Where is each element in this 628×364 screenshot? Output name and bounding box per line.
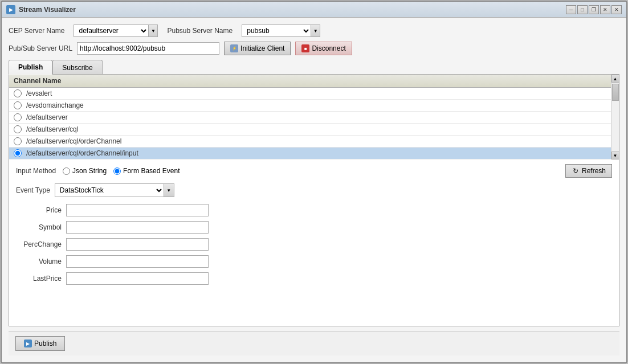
channel-name-defaultserver-cql: /defaultserver/cql: [26, 125, 78, 133]
channel-row: /defaultserver/cql/orderChannel: [9, 136, 611, 148]
event-type-row: Event Type DataStockTick ▼: [16, 183, 612, 197]
tab-container: Publish Subscribe Channel Name /evsalert: [9, 60, 619, 326]
radio-form-based: Form Based Event: [113, 167, 180, 175]
channel-radio-evsalert[interactable]: [14, 89, 22, 97]
channel-row-selected: /defaultserver/cql/orderChannel/input: [9, 148, 611, 159]
fields-section: Price Symbol PercChange Volume: [9, 202, 619, 287]
pubsub-server-dropdown-arrow[interactable]: ▼: [311, 25, 320, 36]
title-bar-left: ▶ Stream Visualizer: [6, 5, 76, 14]
field-row-volume: Volume: [16, 255, 612, 268]
event-type-label: Event Type: [16, 186, 50, 194]
radio-form-based-label: Form Based Event: [123, 167, 180, 175]
lastprice-input[interactable]: [66, 272, 209, 285]
channel-radio-input[interactable]: [14, 149, 22, 157]
initialize-icon: ⚡: [230, 44, 238, 52]
channel-radio-evsdomainchange[interactable]: [14, 101, 22, 109]
app-icon: ▶: [6, 5, 15, 14]
channel-scrollbar[interactable]: ▲ ▼: [611, 75, 619, 159]
tabs-bar: Publish Subscribe: [9, 60, 619, 75]
refresh-button[interactable]: ↻ Refresh: [565, 164, 612, 178]
channel-name-evsalert: /evsalert: [26, 89, 52, 97]
radio-json-string: Json String: [63, 167, 107, 175]
field-row-percchange: PercChange: [16, 238, 612, 251]
field-row-lastprice: LastPrice: [16, 272, 612, 285]
lastprice-label: LastPrice: [16, 275, 62, 283]
price-label: Price: [16, 206, 62, 214]
restore-button[interactable]: ❐: [589, 5, 599, 14]
channel-table-header: Channel Name: [9, 75, 611, 88]
disconnect-button[interactable]: ■ Disconnect: [295, 42, 352, 55]
content-area: CEP Server Name defaultserver ▼ Pubsub S…: [2, 18, 626, 362]
url-row: Pub/Sub Server URL ⚡ Initialize Client ■…: [9, 42, 619, 55]
refresh-icon: ↻: [572, 167, 580, 175]
channel-name-evsdomainchange: /evsdomainchange: [26, 101, 84, 109]
input-method-label: Input Method: [16, 167, 56, 175]
cep-server-label: CEP Server Name: [9, 27, 64, 35]
price-input[interactable]: [66, 204, 209, 216]
pubsub-server-select[interactable]: pubsub: [242, 25, 311, 36]
publish-icon: ▶: [24, 340, 32, 347]
form-section: Input Method Json String Form Based Even…: [9, 159, 619, 202]
field-row-symbol: Symbol: [16, 221, 612, 234]
server-config-row: CEP Server Name defaultserver ▼ Pubsub S…: [9, 24, 619, 37]
window-title: Stream Visualizer: [19, 6, 76, 14]
channel-row: /defaultserver/cql: [9, 124, 611, 136]
field-row-price: Price: [16, 204, 612, 216]
close-button[interactable]: ✕: [611, 5, 622, 14]
pub-sub-url-input[interactable]: [77, 42, 219, 55]
minimize-button[interactable]: ─: [566, 5, 576, 14]
channel-name-defaultserver: /defaultserver: [26, 113, 68, 121]
maximize-button[interactable]: □: [577, 5, 588, 14]
scroll-thumb[interactable]: [612, 84, 619, 101]
title-bar: ▶ Stream Visualizer ─ □ ❐ ✕ ✕: [2, 2, 626, 18]
bottom-bar: ▶ Publish: [9, 331, 619, 355]
tab-content: Channel Name /evsalert /evsdomainchange …: [9, 74, 619, 326]
symbol-label: Symbol: [16, 223, 62, 231]
scroll-down-arrow[interactable]: ▼: [611, 152, 619, 159]
window-controls: ─ □ ❐ ✕ ✕: [566, 5, 622, 14]
tab-publish[interactable]: Publish: [9, 60, 52, 75]
cep-server-select[interactable]: defaultserver: [74, 25, 148, 36]
event-type-dropdown-arrow[interactable]: ▼: [164, 184, 174, 197]
main-window: ▶ Stream Visualizer ─ □ ❐ ✕ ✕ CEP Server…: [1, 1, 627, 363]
channel-radio-orderchannel[interactable]: [14, 137, 22, 145]
cep-server-dropdown-arrow[interactable]: ▼: [148, 25, 157, 36]
channel-row: /evsalert: [9, 88, 611, 100]
radio-json-string-input[interactable]: [63, 167, 70, 175]
channel-radio-defaultserver[interactable]: [14, 113, 22, 121]
percchange-label: PercChange: [16, 240, 62, 248]
channel-name-input: /defaultserver/cql/orderChannel/input: [26, 149, 138, 157]
radio-form-based-input[interactable]: [113, 167, 121, 175]
channel-list: Channel Name /evsalert /evsdomainchange …: [9, 75, 611, 159]
percchange-input[interactable]: [66, 238, 209, 251]
publish-bottom-button[interactable]: ▶ Publish: [15, 336, 65, 351]
volume-input[interactable]: [66, 255, 209, 268]
input-method-row: Input Method Json String Form Based Even…: [16, 164, 612, 178]
channel-row: /evsdomainchange: [9, 100, 611, 112]
pub-sub-url-label: Pub/Sub Server URL: [9, 44, 72, 52]
channel-name-orderchannel: /defaultserver/cql/orderChannel: [26, 137, 121, 145]
channel-table-container: Channel Name /evsalert /evsdomainchange …: [9, 75, 619, 159]
channel-radio-defaultserver-cql[interactable]: [14, 125, 22, 133]
symbol-input[interactable]: [66, 221, 209, 234]
volume-label: Volume: [16, 257, 62, 265]
channel-row: /defaultserver: [9, 112, 611, 124]
disconnect-icon: ■: [301, 44, 309, 52]
event-type-select[interactable]: DataStockTick: [55, 184, 164, 197]
input-method-left: Input Method Json String Form Based Even…: [16, 167, 180, 175]
tab-subscribe[interactable]: Subscribe: [52, 60, 102, 75]
scroll-up-arrow[interactable]: ▲: [611, 75, 619, 83]
close-small-button[interactable]: ✕: [600, 5, 610, 14]
pubsub-server-label: Pubsub Server Name: [167, 27, 233, 35]
radio-json-string-label: Json String: [72, 167, 107, 175]
initialize-client-button[interactable]: ⚡ Initialize Client: [224, 42, 291, 55]
